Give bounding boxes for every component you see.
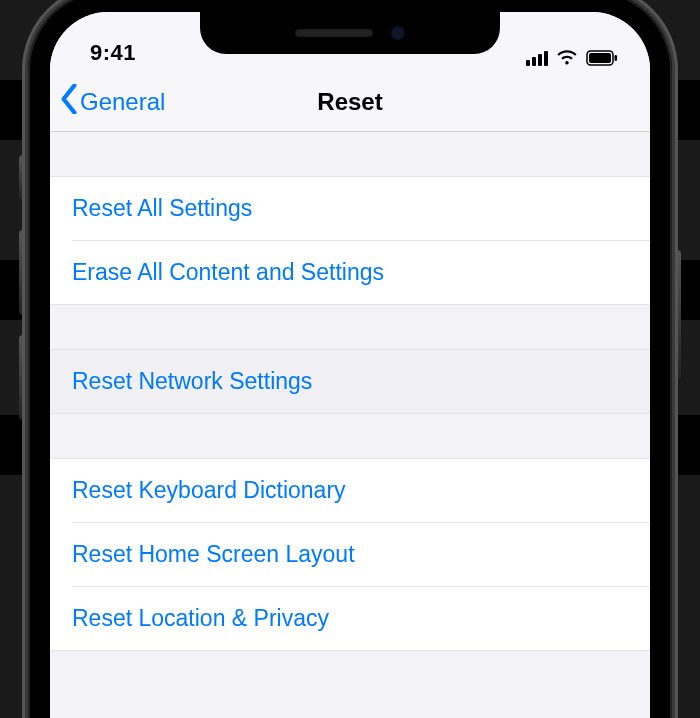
- section-reset-erase: Reset All Settings Erase All Content and…: [50, 176, 650, 305]
- section-other-resets: Reset Keyboard Dictionary Reset Home Scr…: [50, 458, 650, 651]
- wifi-icon: [556, 50, 578, 66]
- cellular-signal-icon: [526, 51, 548, 66]
- settings-table: Reset All Settings Erase All Content and…: [50, 132, 650, 651]
- svg-rect-2: [615, 55, 618, 61]
- row-reset-network-settings[interactable]: Reset Network Settings: [50, 350, 650, 413]
- chevron-left-icon: [60, 84, 78, 120]
- section-gap: [50, 305, 650, 349]
- status-time: 9:41: [90, 40, 136, 66]
- front-camera: [391, 26, 405, 40]
- back-label: General: [80, 88, 165, 116]
- back-button[interactable]: General: [50, 84, 165, 120]
- phone-power-button: [671, 250, 681, 380]
- speaker-grille: [295, 29, 373, 37]
- row-erase-all-content[interactable]: Erase All Content and Settings: [50, 241, 650, 304]
- svg-rect-1: [589, 53, 611, 63]
- row-reset-all-settings[interactable]: Reset All Settings: [50, 177, 650, 240]
- row-reset-location-privacy[interactable]: Reset Location & Privacy: [50, 587, 650, 650]
- row-reset-home-screen-layout[interactable]: Reset Home Screen Layout: [50, 523, 650, 586]
- section-gap: [50, 414, 650, 458]
- section-network: Reset Network Settings: [50, 349, 650, 414]
- notch: [200, 12, 500, 54]
- nav-bar: General Reset: [50, 72, 650, 132]
- section-gap: [50, 132, 650, 176]
- phone-frame: 9:41 General Reset: [28, 0, 672, 718]
- battery-icon: [586, 50, 618, 66]
- status-icons: [526, 50, 618, 66]
- row-reset-keyboard-dictionary[interactable]: Reset Keyboard Dictionary: [50, 459, 650, 522]
- screen: 9:41 General Reset: [50, 12, 650, 718]
